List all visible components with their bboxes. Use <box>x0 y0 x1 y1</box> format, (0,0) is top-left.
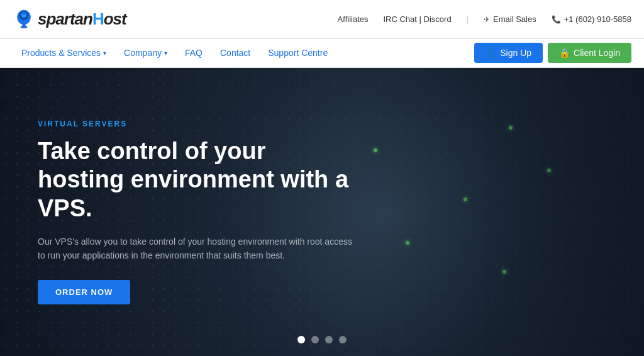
phone-contact[interactable]: 📞 +1 (602) 910-5858 <box>552 14 631 24</box>
slider-dot-2[interactable] <box>311 336 319 343</box>
nav-contact[interactable]: Contact <box>211 39 259 67</box>
chevron-down-icon: ▾ <box>164 50 167 57</box>
nav-support[interactable]: Support Centre <box>259 39 336 67</box>
user-icon: 👤 <box>486 48 496 58</box>
hero-title: Take control of your hosting environment… <box>38 137 352 223</box>
top-divider: | <box>467 14 469 24</box>
hero-category: VIRTUAL SERVERS <box>38 120 352 128</box>
signup-button[interactable]: 👤 Sign Up <box>474 43 543 63</box>
nav-buttons: 👤 Sign Up 🔒 Client Login <box>474 43 631 63</box>
email-sales[interactable]: ✈ Email Sales <box>484 14 536 24</box>
nav-links: Products & Services ▾ Company ▾ FAQ Cont… <box>13 39 336 67</box>
nav-faq[interactable]: FAQ <box>176 39 211 67</box>
led-light <box>502 270 506 274</box>
affiliates-link[interactable]: Affiliates <box>338 14 369 24</box>
slider-dot-4[interactable] <box>339 336 347 343</box>
led-light <box>406 241 409 245</box>
logo[interactable]: spartanHost <box>13 8 126 31</box>
led-light <box>509 126 513 130</box>
phone-icon: 📞 <box>552 15 561 24</box>
irc-link[interactable]: IRC Chat | Discord <box>383 14 451 24</box>
hero-section: VIRTUAL SERVERS Take control of your hos… <box>0 68 644 356</box>
slider-dot-3[interactable] <box>325 336 333 343</box>
svg-rect-5 <box>21 26 28 28</box>
hero-description: Our VPS's allow you to take control of y… <box>38 235 352 263</box>
svg-point-3 <box>22 11 25 14</box>
top-links: Affiliates IRC Chat | Discord | ✈ Email … <box>338 14 631 24</box>
lock-icon: 🔒 <box>559 48 570 58</box>
client-login-button[interactable]: 🔒 Client Login <box>548 43 631 63</box>
nav-products-services[interactable]: Products & Services ▾ <box>13 39 115 67</box>
slider-dots <box>297 336 347 343</box>
logo-text: spartanHost <box>38 9 126 29</box>
paper-plane-icon: ✈ <box>484 15 490 24</box>
nav-company[interactable]: Company ▾ <box>115 39 176 67</box>
top-bar: spartanHost Affiliates IRC Chat | Discor… <box>0 0 644 39</box>
order-now-button[interactable]: ORDER NOW <box>38 280 130 304</box>
nav-bar: Products & Services ▾ Company ▾ FAQ Cont… <box>0 39 644 68</box>
chevron-down-icon: ▾ <box>103 50 106 57</box>
slider-dot-1[interactable] <box>297 336 305 343</box>
hero-content: VIRTUAL SERVERS Take control of your hos… <box>0 120 390 305</box>
